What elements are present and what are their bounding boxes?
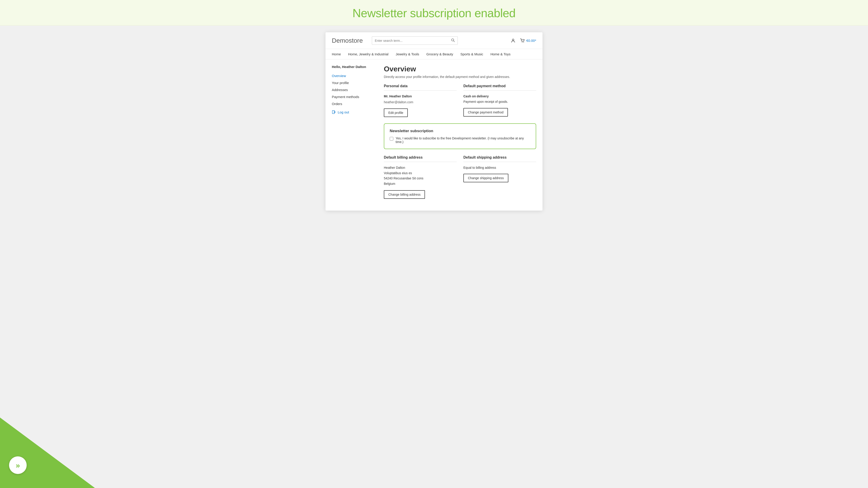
main-content: Overview Directly access your profile in… [384,65,536,205]
nav-item-home[interactable]: Home [332,49,344,59]
personal-data-body: Mr. Heather Dalton heather@dalton.com [384,94,457,105]
svg-point-2 [512,39,514,40]
cart-amount: €0.00* [526,39,536,42]
svg-point-4 [523,42,524,42]
newsletter-label[interactable]: Yes, I would like to subscribe to the fr… [396,136,530,144]
payment-method-desc: Payment upon receipt of goods. [463,99,536,104]
payment-body: Cash on delivery Payment upon receipt of… [463,94,536,104]
site-logo[interactable]: Demostore [332,37,363,44]
user-name: Mr. Heather Dalton [384,94,457,99]
billing-section: Default billing address Heather Dalton V… [384,156,457,199]
search-button[interactable] [448,37,458,44]
logout-icon [332,110,336,114]
billing-address: Heather Dalton Voluptatibus eius es 5424… [384,165,457,187]
newsletter-checkbox-row: Yes, I would like to subscribe to the fr… [390,136,530,144]
brand-badge: » [9,456,27,475]
personal-data-title: Personal data [384,84,457,91]
change-shipping-button[interactable]: Change shipping address [463,174,508,182]
top-banner: Newsletter subscription enabled [0,0,868,26]
sidebar-item-addresses[interactable]: Addresses [332,87,377,93]
logo-bold: Demo [332,37,349,44]
billing-body: Heather Dalton Voluptatibus eius es 5424… [384,165,457,187]
payment-title: Default payment method [463,84,536,91]
nav-item-grocery-beauty[interactable]: Grocery & Beauty [426,49,457,59]
sidebar-item-payment[interactable]: Payment methods [332,94,377,100]
sidebar-item-overview[interactable]: Overview [332,73,377,79]
user-account-button[interactable] [510,38,516,43]
edit-profile-button[interactable]: Edit profile [384,108,408,117]
search-bar [372,36,458,45]
shipping-body: Equal to billing address [463,165,536,170]
shipping-desc: Equal to billing address [463,166,496,169]
page-title: Overview [384,65,536,73]
logout-button[interactable]: Log out [332,110,377,114]
nav-item-home-toys[interactable]: Home & Toys [491,49,514,59]
user-icon [510,38,516,43]
sidebar-item-orders[interactable]: Orders [332,101,377,107]
sidebar-greeting: Hello, Heather Dalton [332,65,377,69]
nav-item-sports-music[interactable]: Sports & Music [460,49,487,59]
nav-item-jewelry-tools[interactable]: Jewelry & Tools [396,49,423,59]
newsletter-section: Newsletter subscription Yes, I would lik… [384,123,536,149]
main-wrapper: Demostore [0,26,868,224]
billing-street: Voluptatibus eius es [384,171,412,175]
top-sections: Personal data Mr. Heather Dalton heather… [384,84,536,117]
address-sections: Default billing address Heather Dalton V… [384,156,536,199]
newsletter-title: Newsletter subscription [390,129,530,133]
payment-method-name: Cash on delivery [463,94,536,99]
billing-country: Belgium [384,182,395,186]
banner-title: Newsletter subscription enabled [4,6,864,20]
svg-line-1 [454,41,455,42]
nav-item-home-jewelry[interactable]: Home, Jewelry & Industrial [348,49,392,59]
sidebar: Hello, Heather Dalton Overview Your prof… [332,65,377,205]
search-input[interactable] [372,37,448,44]
sidebar-item-profile[interactable]: Your profile [332,80,377,86]
store-card: Demostore [326,32,542,210]
shipping-title: Default shipping address [463,156,536,162]
page-subtitle: Directly access your profile information… [384,75,536,78]
payment-section: Default payment method Cash on delivery … [463,84,536,117]
logout-label: Log out [338,110,349,114]
billing-title: Default billing address [384,156,457,162]
user-email: heather@dalton.com [384,100,457,105]
header-actions: €0.00* [510,38,536,43]
content-area: Hello, Heather Dalton Overview Your prof… [326,59,542,210]
site-header: Demostore [326,32,542,49]
billing-city: 54240 Recusandae Sit cons [384,176,423,180]
personal-data-section: Personal data Mr. Heather Dalton heather… [384,84,457,117]
shipping-section: Default shipping address Equal to billin… [463,156,536,199]
newsletter-checkbox[interactable] [390,137,393,140]
search-icon [451,38,455,42]
sidebar-nav: Overview Your profile Addresses Payment … [332,73,377,107]
change-billing-button[interactable]: Change billing address [384,190,425,199]
cart-icon [520,38,525,43]
change-payment-button[interactable]: Change payment method [463,108,508,117]
site-nav: Home Home, Jewelry & Industrial Jewelry … [326,49,542,59]
billing-name: Heather Dalton [384,166,405,169]
cart-button[interactable]: €0.00* [520,38,536,43]
logo-light: store [349,37,363,44]
svg-point-3 [522,42,522,42]
